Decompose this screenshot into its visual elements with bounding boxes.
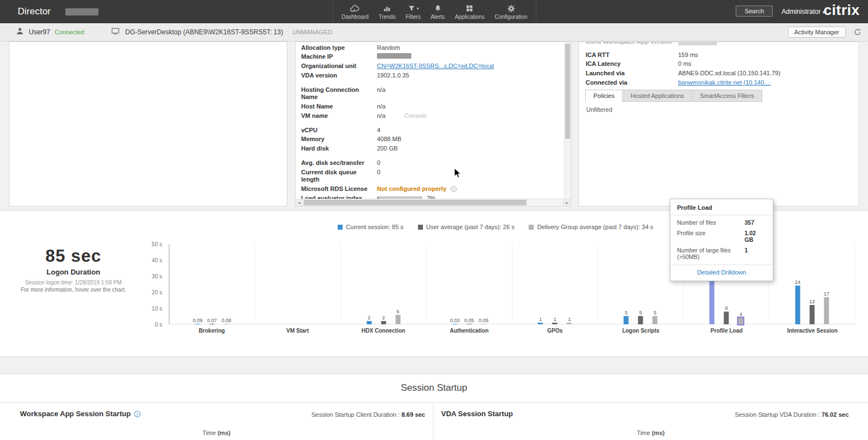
detail-link[interactable]: CN=W2K16ST-9SSRS...s,DC=xd,DC=local xyxy=(377,63,494,70)
clipped-detail-row: Citrix Workspace App Version xyxy=(586,42,853,45)
bar-user-avg[interactable]: 0.05 xyxy=(467,324,472,324)
bar-dg-avg[interactable]: 0.05 xyxy=(481,324,486,324)
session-details-panel: Citrix Workspace App Version ICA RTT159 … xyxy=(578,42,859,206)
nav-item-filters[interactable]: ▾Filters xyxy=(401,0,426,23)
scrollbar-thumb[interactable] xyxy=(565,44,570,139)
tooltip-row-label: Number of large files (>50MB) xyxy=(677,247,745,260)
detail-value: n/a xyxy=(377,86,385,94)
bar-dg-avg[interactable]: 6 xyxy=(395,315,400,324)
logon-duration-label: Logon Duration xyxy=(17,268,130,276)
nav-item-label: Trends xyxy=(379,14,396,20)
nav-item-dashboard[interactable]: Dashboard xyxy=(337,0,374,23)
info-icon[interactable] xyxy=(134,411,141,417)
chart-category-hdx-connection: 226 xyxy=(341,244,427,324)
bar-value: 17 xyxy=(824,291,829,297)
chart-category-brokering: 0.090.070.08 xyxy=(169,244,255,324)
y-tick-label: 0 s xyxy=(155,322,162,328)
detail-label: Hosting Connection Name xyxy=(301,86,377,102)
y-tick-label: 10 s xyxy=(152,306,162,312)
info-icon[interactable] xyxy=(451,186,457,192)
bar-user-avg[interactable]: 1 xyxy=(552,323,557,324)
bar-value: 0.03 xyxy=(450,318,460,323)
bar-current[interactable]: 0.03 xyxy=(452,324,457,324)
bar-user-avg[interactable]: 0.07 xyxy=(209,324,214,324)
detail-value: 4 xyxy=(377,127,380,134)
nav-item-label: Configuration xyxy=(494,14,527,20)
warning-value: Not configured properly xyxy=(377,185,446,193)
scroll-left-arrow[interactable]: ◄ xyxy=(296,199,303,206)
profile-load-tooltip: Profile Load Number of files357Profile s… xyxy=(670,199,773,281)
y-tick-label: 30 s xyxy=(152,273,162,279)
scrollbar-thumb[interactable] xyxy=(304,200,526,205)
legend-label: Delivery Group average (past 7 days): 34… xyxy=(537,224,653,230)
detail-row: ICA Latency0 ms xyxy=(586,60,853,69)
bar-current[interactable]: 1 xyxy=(538,323,543,324)
detail-row: Connected viabanwmonikak.citrite.net (10… xyxy=(586,78,853,87)
bar-dg-avg[interactable]: 0.08 xyxy=(224,324,229,324)
nav-item-configuration[interactable]: Configuration xyxy=(489,0,532,23)
alerts-icon xyxy=(434,4,442,13)
category-label: HDX Connection xyxy=(340,328,426,334)
refresh-icon[interactable] xyxy=(854,28,861,38)
bar-current[interactable]: 0.09 xyxy=(195,324,200,324)
category-label: Logon Scripts xyxy=(598,328,684,334)
detail-value: 0 xyxy=(377,159,380,167)
session-tabs: PoliciesHosted ApplicationsSmartAccess F… xyxy=(586,90,762,102)
machine-name: DG-ServerDesktop (ABNE9\W2K16ST-9SSRS5T:… xyxy=(125,28,283,36)
tab-hosted-applications[interactable]: Hosted Applications xyxy=(622,90,693,102)
connection-status: Connected xyxy=(55,29,84,35)
bar-dg-avg[interactable]: 1 xyxy=(567,323,572,324)
tab-policies[interactable]: Policies xyxy=(585,90,623,102)
detail-label: Current disk queue length xyxy=(301,169,377,184)
bar-value: 0.05 xyxy=(479,318,489,323)
bar-user-avg[interactable]: 8 xyxy=(724,312,729,324)
bar-value: 5 xyxy=(625,310,628,315)
tab-smartaccess-filters[interactable]: SmartAccess Filters xyxy=(692,90,763,102)
bar-dg-avg[interactable]: 17 xyxy=(824,297,829,324)
vertical-scrollbar[interactable] xyxy=(564,42,571,199)
detail-value: Random xyxy=(377,44,400,52)
user-menu[interactable]: Administrator▾ xyxy=(782,0,825,24)
bar-user-avg[interactable]: 5 xyxy=(638,316,643,324)
detail-label: ICA RTT xyxy=(586,51,678,59)
activity-manager-button[interactable]: Activity Manager xyxy=(788,27,846,38)
bar-user-avg[interactable]: 2 xyxy=(381,321,386,324)
bar-value: 1 xyxy=(568,317,571,322)
search-button[interactable]: Search xyxy=(736,6,773,17)
machine-details-panel: Allocation typeRandomMachine IPOrganizat… xyxy=(295,42,571,206)
vda-startup-panel: VDA Session Startup Session Startup VDA … xyxy=(433,403,868,440)
bar-value: 2 xyxy=(368,315,370,320)
detailed-drilldown-link[interactable]: Detailed Drilldown xyxy=(670,265,773,281)
detail-link[interactable]: banwmonikak.citrite.net (10.140.... xyxy=(678,79,771,87)
bar-current[interactable]: 24 xyxy=(795,286,800,324)
citrix-logo: citrix xyxy=(824,2,860,19)
bar-value: 4 xyxy=(740,312,742,317)
detail-row: Organizational unitCN=W2K16ST-9SSRS...s,… xyxy=(301,62,562,71)
tooltip-row-label: Number of files xyxy=(677,219,745,226)
nav-item-alerts[interactable]: Alerts xyxy=(426,0,450,23)
session-user-tab[interactable]: User97 Connected xyxy=(16,23,84,41)
scroll-right-arrow[interactable]: ► xyxy=(563,199,571,206)
bar-dg-avg[interactable]: 5 xyxy=(653,316,658,324)
monitor-icon xyxy=(111,27,120,38)
bar-value: 8 xyxy=(725,306,728,311)
detail-label: Connected via xyxy=(586,79,678,87)
horizontal-scrollbar[interactable]: ◄ ► xyxy=(296,199,571,206)
detail-label: vCPU xyxy=(301,127,377,134)
machine-tab[interactable]: DG-ServerDesktop (ABNE9\W2K16ST-9SSRS5T:… xyxy=(111,23,332,41)
bar-current[interactable]: 5 xyxy=(624,316,629,324)
console-button[interactable]: Console xyxy=(404,112,426,120)
bar-user-avg[interactable]: 12 xyxy=(810,305,815,324)
bar-current[interactable]: 2 xyxy=(366,321,371,324)
detail-label: Allocation type xyxy=(301,44,377,52)
bar-value: 0.05 xyxy=(464,318,474,323)
y-tick-label: 50 s xyxy=(152,241,162,247)
tooltip-row-value: 357 xyxy=(745,219,755,226)
nav-item-applications[interactable]: Applications xyxy=(450,0,489,23)
nav-item-trends[interactable]: Trends xyxy=(374,0,401,23)
bar-dg-avg[interactable]: 4 xyxy=(738,318,743,324)
axis-label: Time (ms) xyxy=(433,429,868,436)
hover-hint-text: For more information, hover over the cha… xyxy=(17,287,130,293)
tooltip-row-value: 1.02 GB xyxy=(745,230,766,243)
duration-text: Session Startup Client Duration : 8.69 s… xyxy=(312,411,425,418)
